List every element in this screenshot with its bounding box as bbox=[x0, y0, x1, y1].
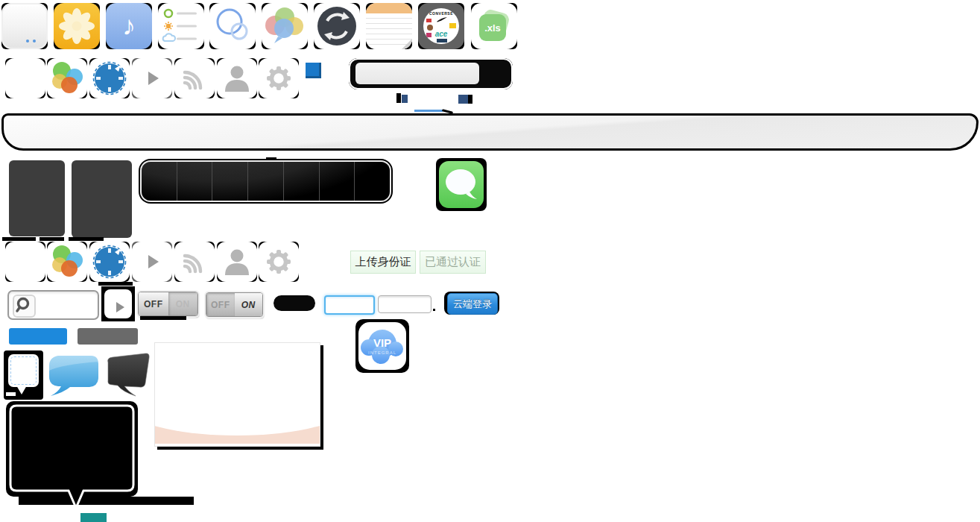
flower-glyph bbox=[54, 3, 100, 49]
blank-squircle-icon[interactable] bbox=[1, 3, 48, 49]
segment bbox=[142, 162, 177, 201]
segment bbox=[177, 162, 213, 201]
flower-photos-icon[interactable] bbox=[54, 3, 100, 49]
refresh-icon[interactable] bbox=[314, 3, 360, 49]
segmented-black-bar bbox=[142, 162, 390, 201]
refresh-face bbox=[314, 3, 360, 49]
toggle-switch-off[interactable]: OFF ON bbox=[138, 292, 198, 316]
fragment-strip-5 bbox=[140, 316, 186, 320]
sketch-face bbox=[89, 242, 130, 282]
toggle-off-side[interactable]: OFF bbox=[139, 292, 168, 315]
fragment-strip-4 bbox=[98, 282, 133, 286]
brands-face: CONVERSE ace bbox=[418, 3, 464, 49]
rss-icon[interactable] bbox=[174, 242, 215, 282]
xls-glyph: .xls bbox=[471, 3, 517, 49]
user-icon[interactable] bbox=[217, 58, 257, 98]
gear-face bbox=[259, 58, 299, 98]
dark-placeholder-1 bbox=[9, 160, 65, 236]
music-note-icon[interactable]: ♪ bbox=[106, 3, 152, 49]
gear-icon[interactable] bbox=[259, 242, 299, 282]
sprite-sheet: ♪ bbox=[0, 0, 980, 522]
search-input[interactable] bbox=[37, 294, 95, 316]
verified-label: 已通过认证 bbox=[425, 255, 481, 269]
nike-swoosh bbox=[436, 17, 448, 23]
toggle-on-side[interactable]: ON bbox=[235, 293, 263, 316]
blue-speech-bubble-icon[interactable] bbox=[46, 353, 102, 397]
blue-dots bbox=[26, 40, 29, 43]
fragment-dot bbox=[433, 309, 435, 311]
toggle-off-side[interactable]: OFF bbox=[206, 293, 235, 316]
bubbles-glyph bbox=[262, 3, 308, 49]
user-icon[interactable] bbox=[217, 242, 257, 282]
play-button-face bbox=[104, 289, 132, 318]
blank-rounded-icon[interactable] bbox=[5, 242, 45, 282]
normal-input-field[interactable] bbox=[379, 296, 434, 314]
brand-red-patch bbox=[426, 19, 431, 22]
focused-input[interactable] bbox=[324, 295, 375, 315]
rss-face bbox=[174, 58, 215, 98]
segment bbox=[248, 162, 284, 201]
notes-fold bbox=[402, 39, 412, 49]
chat-bubbles-icon[interactable] bbox=[262, 3, 308, 49]
gear-face bbox=[259, 242, 299, 282]
gray-flat-button[interactable] bbox=[78, 328, 138, 345]
gear-icon[interactable] bbox=[259, 58, 299, 98]
top-search-input[interactable] bbox=[355, 63, 479, 84]
play-button-framed[interactable] bbox=[101, 286, 135, 321]
search-a-icon bbox=[13, 295, 36, 318]
verified-button[interactable]: 已通过认证 bbox=[420, 251, 486, 274]
xls-face: .xls bbox=[471, 3, 517, 49]
squircle-face bbox=[1, 3, 48, 49]
message-face bbox=[439, 161, 484, 208]
search-field[interactable] bbox=[7, 290, 99, 320]
todo-glyph bbox=[158, 3, 204, 49]
sketch-circle-icon[interactable] bbox=[89, 58, 130, 98]
color-circles-icon[interactable] bbox=[47, 58, 87, 98]
blue-flat-button[interactable] bbox=[9, 328, 67, 345]
message-green-icon[interactable] bbox=[436, 158, 487, 211]
segment bbox=[212, 162, 248, 201]
sketch-face bbox=[89, 58, 130, 98]
normal-input[interactable] bbox=[378, 295, 431, 313]
rss-icon[interactable] bbox=[174, 58, 215, 98]
blank-face bbox=[5, 58, 45, 98]
black-speech-bubble-icon bbox=[6, 401, 139, 513]
blue-circles-icon[interactable] bbox=[209, 3, 256, 49]
play-icon[interactable] bbox=[132, 242, 172, 282]
fragment-navy-square-1 bbox=[402, 95, 408, 103]
white-speech-bubble-icon[interactable] bbox=[4, 350, 43, 400]
upload-id-label: 上传身份证 bbox=[355, 255, 411, 269]
music-face: ♪ bbox=[106, 3, 152, 49]
xls-file-icon[interactable]: .xls bbox=[471, 3, 517, 49]
toggle-switch-on[interactable]: OFF ON bbox=[206, 292, 263, 317]
white-bubble-chip bbox=[6, 392, 16, 396]
vip-title: VIP bbox=[373, 336, 391, 349]
fragment-strip-2 bbox=[39, 237, 64, 241]
fragment-black-tick-2 bbox=[468, 95, 472, 104]
fragment-blue-underline bbox=[414, 110, 443, 112]
vip-badge-icon[interactable]: VIP INTEGRAL bbox=[355, 319, 409, 373]
fragment-black-tick bbox=[396, 93, 401, 103]
vip-face: VIP INTEGRAL bbox=[358, 322, 406, 370]
color-circles-icon[interactable] bbox=[47, 242, 87, 282]
toggle-on-side[interactable]: ON bbox=[168, 292, 198, 315]
play-triangle bbox=[116, 302, 124, 312]
brands-collage-icon[interactable]: CONVERSE ace bbox=[418, 3, 464, 49]
todo-list-icon[interactable] bbox=[158, 3, 204, 49]
sketch-circle-icon[interactable] bbox=[89, 242, 130, 282]
notes-header bbox=[366, 3, 412, 13]
segment bbox=[320, 162, 355, 201]
top-search-bar[interactable] bbox=[349, 58, 513, 89]
focused-input-field[interactable] bbox=[326, 297, 376, 315]
dark-speech-bubble-icon[interactable] bbox=[102, 352, 153, 398]
notepad-icon[interactable] bbox=[366, 3, 412, 49]
blank-rounded-icon[interactable] bbox=[5, 58, 45, 98]
upload-id-button[interactable]: 上传身份证 bbox=[350, 251, 416, 274]
brand-navy-patch bbox=[437, 39, 447, 43]
play-icon[interactable] bbox=[132, 58, 172, 98]
ccircles-face bbox=[47, 58, 87, 98]
cloud-login-label: 云端登录 bbox=[453, 298, 492, 311]
play-face bbox=[132, 242, 172, 282]
blue-square-fragment bbox=[306, 63, 321, 78]
cloud-login-button[interactable]: 云端登录 bbox=[447, 293, 498, 315]
